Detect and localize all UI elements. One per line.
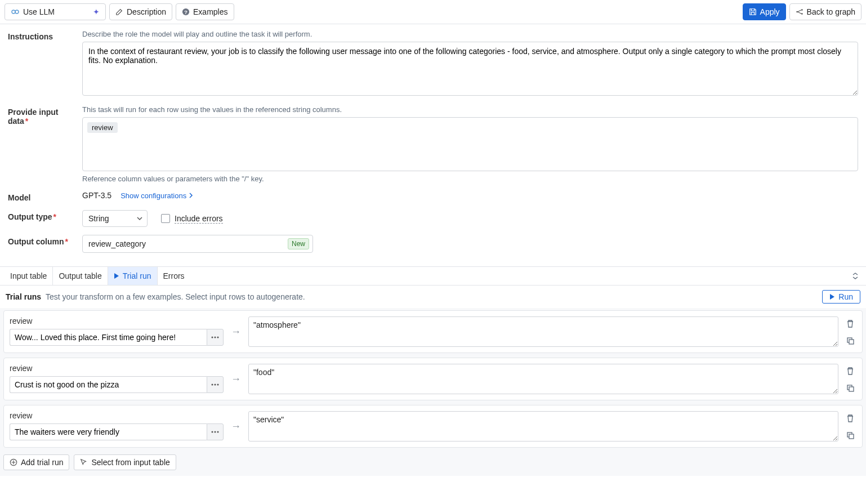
toolbar: Use LLM ✦ Description ? Examples Apply B…	[0, 0, 866, 24]
output-column-label: Output column*	[8, 235, 75, 246]
trial-output[interactable]: "service"	[248, 411, 838, 441]
include-errors-checkbox[interactable]: Include errors	[161, 214, 223, 224]
input-data-helper: This task will run for each row using th…	[82, 105, 858, 114]
apply-button[interactable]: Apply	[743, 3, 786, 20]
trial-row: review → "atmosphere"	[3, 310, 863, 353]
copy-button[interactable]	[844, 429, 856, 441]
tab-output-table[interactable]: Output table	[53, 267, 108, 285]
instructions-helper: Describe the role the model will play an…	[82, 30, 858, 38]
description-label: Description	[127, 7, 166, 16]
trial-input-label: review	[10, 411, 224, 420]
edit-icon	[115, 8, 123, 16]
use-llm-label: Use LLM	[23, 7, 55, 16]
svg-point-7	[212, 337, 213, 338]
input-data-label: Provide input data*	[8, 105, 75, 126]
trial-row: review → "service"	[3, 405, 863, 448]
plus-circle-icon	[10, 458, 17, 466]
trial-runs-subtitle: Test your transform on a few examples. S…	[46, 292, 305, 301]
ellipsis-button[interactable]	[207, 423, 224, 440]
examples-button[interactable]: ? Examples	[176, 3, 234, 20]
svg-text:?: ?	[184, 9, 188, 15]
examples-label: Examples	[193, 7, 227, 16]
output-column-input[interactable]: review_category New	[82, 235, 313, 253]
instructions-input[interactable]	[82, 42, 858, 96]
ellipsis-icon	[211, 383, 220, 386]
use-llm-chip[interactable]: Use LLM ✦	[5, 3, 106, 20]
chevron-right-icon	[189, 193, 193, 198]
cursor-table-icon	[80, 458, 88, 466]
ellipsis-button[interactable]	[207, 329, 224, 346]
ellipsis-icon	[211, 336, 220, 338]
chevron-down-icon	[137, 216, 142, 221]
copy-icon	[846, 383, 855, 393]
arrow-icon: →	[229, 411, 243, 441]
apply-label: Apply	[760, 7, 780, 16]
trash-icon	[846, 414, 855, 423]
trial-input-label: review	[10, 364, 224, 373]
svg-point-14	[217, 384, 219, 386]
trash-icon	[846, 367, 855, 376]
back-label: Back to graph	[807, 7, 855, 16]
back-to-graph-button[interactable]: Back to graph	[789, 3, 861, 20]
trial-runs-title: Trial runs	[6, 292, 41, 301]
trial-input-field[interactable]	[10, 376, 207, 393]
instructions-label: Instructions	[8, 30, 75, 41]
trial-row: review → "food"	[3, 358, 863, 400]
ellipsis-button[interactable]	[207, 376, 224, 393]
delete-button[interactable]	[844, 412, 856, 425]
svg-point-8	[215, 337, 216, 338]
input-data-field[interactable]: review	[82, 117, 858, 171]
new-badge: New	[288, 238, 309, 249]
delete-button[interactable]	[844, 318, 856, 330]
input-data-footer: Reference column values or parameters wi…	[82, 175, 858, 183]
tab-input-table[interactable]: Input table	[5, 267, 53, 285]
ellipsis-icon	[211, 431, 220, 433]
graph-icon	[796, 8, 803, 16]
svg-rect-11	[849, 340, 854, 344]
show-configurations-link[interactable]: Show configurations	[120, 191, 193, 200]
copy-button[interactable]	[844, 334, 856, 347]
run-button[interactable]: Run	[822, 290, 860, 304]
save-icon	[749, 8, 757, 16]
svg-point-9	[217, 337, 219, 338]
svg-point-1	[15, 10, 19, 14]
trial-input-field[interactable]	[10, 423, 207, 440]
svg-point-0	[12, 10, 15, 14]
trial-output[interactable]: "atmosphere"	[248, 316, 838, 347]
play-icon	[829, 293, 835, 300]
tab-trial-run[interactable]: Trial run	[108, 267, 158, 285]
trial-runs-list: review → "atmosphere" review →	[0, 308, 866, 476]
svg-point-17	[212, 431, 213, 433]
trial-runs-header: Trial runs Test your transform on a few …	[0, 286, 866, 308]
copy-icon	[846, 431, 855, 440]
delete-button[interactable]	[844, 365, 856, 377]
svg-rect-16	[849, 387, 854, 391]
output-type-select[interactable]: String	[82, 210, 148, 227]
trash-icon	[846, 319, 855, 328]
svg-point-18	[215, 431, 216, 433]
sparkle-icon: ✦	[93, 7, 100, 16]
svg-point-19	[217, 431, 219, 433]
copy-button[interactable]	[844, 382, 856, 394]
svg-rect-21	[849, 434, 854, 439]
model-value: GPT-3.5	[82, 191, 111, 200]
column-token-review[interactable]: review	[87, 122, 118, 133]
play-icon	[114, 273, 119, 279]
expand-icon[interactable]	[849, 272, 861, 280]
trial-input-label: review	[10, 316, 224, 325]
trial-output[interactable]: "food"	[248, 364, 838, 394]
description-button[interactable]: Description	[109, 3, 172, 20]
arrow-icon: →	[229, 316, 243, 347]
output-type-label: Output type*	[8, 210, 75, 221]
copy-icon	[846, 336, 855, 345]
add-trial-run-button[interactable]: Add trial run	[3, 454, 69, 470]
help-icon: ?	[182, 8, 190, 16]
tab-errors[interactable]: Errors	[158, 267, 190, 285]
svg-point-13	[215, 384, 216, 386]
arrow-icon: →	[229, 364, 243, 394]
select-from-input-button[interactable]: Select from input table	[74, 454, 176, 470]
config-form: Instructions Describe the role the model…	[0, 24, 866, 266]
model-label: Model	[8, 191, 75, 202]
trial-input-field[interactable]	[10, 329, 207, 346]
result-tabs: Input table Output table Trial run Error…	[0, 266, 866, 286]
